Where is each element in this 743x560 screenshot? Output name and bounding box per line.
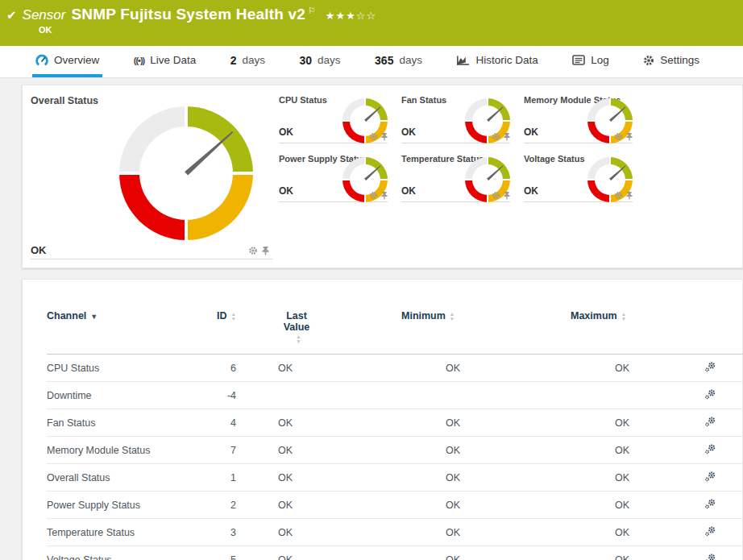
overview-tab-content: Overall Status OK CPU Status <box>0 78 743 560</box>
channel-id-cell: 2 <box>196 492 236 519</box>
channel-name-cell: Voltage Status <box>47 546 196 560</box>
gear-icon[interactable] <box>492 191 500 200</box>
gear-icon[interactable] <box>492 132 500 141</box>
status-check-icon: ✔ <box>6 8 17 23</box>
pin-icon[interactable] <box>625 132 633 141</box>
overall-status-value: OK <box>31 244 47 256</box>
gauge-needle <box>609 164 627 180</box>
channel-gauge-value: OK <box>524 185 538 197</box>
gear-icon[interactable] <box>369 132 378 141</box>
tab-label: Log <box>591 54 609 66</box>
column-header-id[interactable]: ID▲▼ <box>196 310 236 355</box>
channel-id-cell: 7 <box>196 437 236 464</box>
channel-settings-icon[interactable] <box>705 499 716 509</box>
channel-maximum-cell: OK <box>518 492 687 519</box>
channel-settings-icon[interactable] <box>705 389 716 400</box>
tab-live-data[interactable]: ((•)) Live Data <box>131 46 200 77</box>
channel-minimum-cell: OK <box>357 437 518 464</box>
channel-maximum-cell: OK <box>518 437 687 464</box>
channel-name-cell: Overall Status <box>47 464 196 492</box>
channel-settings-icon[interactable] <box>705 444 716 454</box>
channel-minimum-cell: OK <box>357 355 518 382</box>
tab-unit: days <box>399 54 422 66</box>
pin-icon[interactable] <box>503 132 510 141</box>
channel-gauge-card[interactable]: Temperature Status OK <box>401 154 510 202</box>
tab-2-days[interactable]: 2 days <box>227 46 268 77</box>
pin-icon[interactable] <box>503 191 510 200</box>
tab-unit: days <box>318 54 341 66</box>
channel-settings-icon[interactable] <box>705 526 716 537</box>
tab-number: 365 <box>375 54 393 67</box>
channel-settings-icon[interactable] <box>705 471 716 482</box>
channel-row: Power Supply Status 2 OK OK OK <box>47 492 743 519</box>
column-header-channel[interactable]: Channel▼ <box>47 310 196 355</box>
channel-row: Temperature Status 3 OK OK OK <box>47 519 743 546</box>
channel-name-cell: Memory Module Status <box>47 437 196 464</box>
channel-row: Overall Status 1 OK OK OK <box>47 464 743 492</box>
channel-last-value-cell: OK <box>236 437 357 464</box>
overall-status-card[interactable]: Overall Status OK <box>31 95 272 259</box>
channel-gauge-value: OK <box>279 127 293 138</box>
column-header-last-value[interactable]: Last Value ▲▼ <box>236 310 357 355</box>
channel-last-value-cell: OK <box>236 546 357 560</box>
channel-maximum-cell: OK <box>518 464 687 492</box>
channel-id-cell: 6 <box>196 355 236 382</box>
gear-icon[interactable] <box>614 132 623 141</box>
gauge-needle <box>185 129 235 175</box>
priority-stars[interactable]: ★★★☆☆ <box>326 10 376 22</box>
sort-icon: ▲▼ <box>296 334 301 344</box>
channel-gauge-card[interactable]: Memory Module Status OK <box>524 95 633 143</box>
pin-icon[interactable] <box>261 246 269 255</box>
channel-id-cell: 3 <box>196 519 236 546</box>
channel-gauge-card[interactable]: Fan Status OK <box>401 95 510 143</box>
flag-icon[interactable]: ⚐ <box>308 6 316 16</box>
tab-label: Settings <box>660 54 699 66</box>
pin-icon[interactable] <box>625 191 633 200</box>
settings-gear-icon <box>643 55 654 66</box>
channel-row: Voltage Status 5 OK OK OK <box>47 546 743 560</box>
tab-log[interactable]: Log <box>569 46 612 77</box>
channel-gauge-card[interactable]: Power Supply Status OK <box>279 154 388 202</box>
column-header-maximum[interactable]: Maximum▲▼ <box>518 310 687 355</box>
gear-icon[interactable] <box>248 246 258 255</box>
tab-30-days[interactable]: 30 days <box>297 46 344 77</box>
column-header-minimum[interactable]: Minimum▲▼ <box>357 310 518 355</box>
tab-historic-data[interactable]: Historic Data <box>453 46 541 77</box>
tab-365-days[interactable]: 365 days <box>372 46 425 77</box>
channel-settings-icon[interactable] <box>705 362 716 372</box>
channel-last-value-cell: OK <box>236 519 357 546</box>
channel-id-cell: 5 <box>196 546 236 560</box>
gauge-needle <box>609 106 627 122</box>
log-icon <box>572 55 585 65</box>
pin-icon[interactable] <box>380 191 388 200</box>
sort-icon: ▲▼ <box>231 312 236 321</box>
tab-number: 30 <box>300 54 313 67</box>
channel-gauge-card[interactable]: Voltage Status OK <box>524 154 633 202</box>
channel-gauge-value: OK <box>524 127 538 138</box>
channel-last-value-cell: OK <box>236 355 357 382</box>
tab-label: Live Data <box>150 54 196 66</box>
channel-maximum-cell <box>518 382 687 409</box>
channel-settings-icon[interactable] <box>705 554 716 560</box>
channel-row: Downtime -4 <box>47 382 743 409</box>
channel-id-cell: 1 <box>196 464 236 492</box>
channel-maximum-cell: OK <box>518 519 687 546</box>
overall-status-gauge <box>119 106 253 240</box>
channel-gauge-value: OK <box>279 185 293 197</box>
gear-icon[interactable] <box>369 191 378 200</box>
tab-label: Overview <box>54 54 99 66</box>
tab-settings[interactable]: Settings <box>640 46 703 77</box>
channel-gauge-card[interactable]: CPU Status OK <box>279 95 388 143</box>
gauge-needle <box>487 164 504 180</box>
channel-gauge-value: OK <box>401 127 416 138</box>
gauge-icon <box>35 54 48 67</box>
channel-minimum-cell: OK <box>357 464 518 492</box>
pin-icon[interactable] <box>380 132 388 141</box>
channel-name-cell: CPU Status <box>47 355 196 382</box>
tab-overview[interactable]: Overview <box>32 46 102 77</box>
channel-id-cell: 4 <box>196 409 236 437</box>
tab-unit: days <box>243 54 266 66</box>
channel-id-cell: -4 <box>196 382 236 409</box>
gear-icon[interactable] <box>614 191 623 200</box>
channel-settings-icon[interactable] <box>705 417 716 427</box>
